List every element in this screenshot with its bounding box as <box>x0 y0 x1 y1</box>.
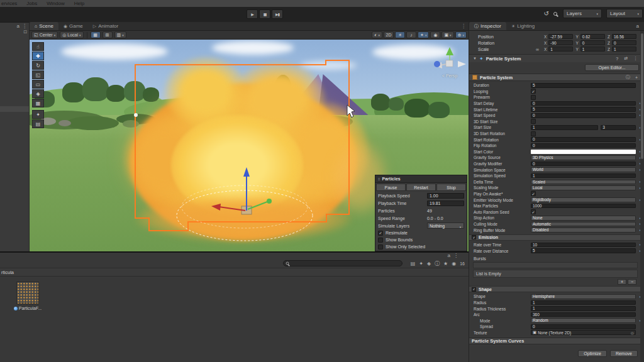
property-row[interactable]: Shape Hemisphere ▣ Hemisphere ◎ ▼ <box>469 293 644 300</box>
pause-button[interactable]: ▮▮ <box>259 9 270 19</box>
checkbox[interactable] <box>531 209 536 214</box>
value-field[interactable]: 0 <box>531 137 636 142</box>
tab-scene[interactable]: ⌂ Scene <box>30 22 58 30</box>
value-field[interactable]: 10 <box>531 243 636 248</box>
property-row[interactable]: Max Particles 1000 ▣ 1000 ◎ ▼ <box>469 203 644 209</box>
value-field[interactable]: 1 <box>531 306 636 311</box>
value-field[interactable]: None <box>531 216 636 221</box>
module-checkbox[interactable] <box>472 235 476 239</box>
position-y-field[interactable]: 0.62 <box>580 34 605 39</box>
resimulate-checkbox-row[interactable]: Resimulate <box>375 229 467 236</box>
project-search-input[interactable] <box>283 260 402 266</box>
add-icon[interactable]: + <box>635 75 638 80</box>
value-field[interactable]: Disabled <box>531 228 636 233</box>
object-picker-icon[interactable]: ◎ <box>631 331 634 335</box>
property-row[interactable]: Looping ▣ ◎ ▼ <box>469 89 644 95</box>
property-row[interactable]: Auto Random Seed ▣ ◎ ▼ <box>469 209 644 215</box>
checkbox[interactable] <box>378 238 383 243</box>
rotation-local-dropdown[interactable]: ◎ Local ▾ <box>60 31 83 38</box>
checkbox[interactable] <box>378 244 383 250</box>
property-row[interactable]: Ring Buffer Mode Disabled ▣ Disabled ◎ ▼ <box>469 227 644 233</box>
value-field[interactable]: 0 <box>531 162 636 167</box>
object-field[interactable]: ▣ None (Texture 2D) ◎ <box>531 330 636 335</box>
value-field[interactable]: 0 <box>531 113 636 118</box>
playback-time-field[interactable]: 19.81 <box>427 200 464 206</box>
custom-tool-button[interactable]: ▦ <box>32 99 44 107</box>
property-row[interactable]: Texture None (Texture 2D) ▣ None (Textur… <box>469 330 644 336</box>
rotation-x-field[interactable]: -90 <box>548 40 573 45</box>
scene-viewport[interactable]: < Persp ☝ ✚ ↻ ◱ ▭ ◈ ▦ ✦ ▤ ≡ Particles <box>30 40 469 251</box>
favorites-star-icon[interactable]: ★ <box>443 261 448 266</box>
value-field[interactable]: 5 <box>531 107 636 112</box>
particle-system-module-header[interactable]: Particle System ⓘ + <box>469 74 644 81</box>
menu-help[interactable]: Help <box>74 1 84 6</box>
property-row[interactable]: Culling Mode Automatic ▣ Automatic ◎ ▼ <box>469 221 644 228</box>
position-x-field[interactable]: -27.59 <box>548 34 573 39</box>
sub-panel-icon[interactable]: ⊡ <box>23 30 27 35</box>
property-row[interactable]: Delta Time Scaled ▣ Scaled ◎ ▼ <box>469 179 644 185</box>
editor-tool-button-2[interactable]: ▤ <box>32 119 44 128</box>
panel-menu-icon[interactable]: ⋮ <box>22 23 27 29</box>
rotation-z-field[interactable]: 0 <box>612 40 636 45</box>
project-content-area[interactable]: ParticulaF... <box>0 277 469 362</box>
value-field[interactable]: Random <box>531 318 636 323</box>
value-field[interactable]: 5 <box>531 83 636 88</box>
value-field[interactable]: Scaled <box>531 180 636 185</box>
add-burst-button[interactable]: + <box>618 279 626 285</box>
remove-burst-button[interactable]: − <box>628 279 636 285</box>
hidden-objects-toggle[interactable]: ◉ <box>430 31 440 38</box>
asset-item[interactable]: ParticulaF... <box>14 282 42 310</box>
property-row[interactable]: Start Delay 0 ▣ 0 ◎ ▼ <box>469 101 644 107</box>
transform-tool-button[interactable]: ◈ <box>32 89 44 98</box>
filter-by-label-icon[interactable]: ✦ <box>419 261 423 266</box>
show-only-selected-checkbox-row[interactable]: Show Only Selected <box>375 243 467 250</box>
value-field[interactable]: 1 <box>531 125 598 130</box>
draw-mode-dropdown[interactable]: ◐ ▾ <box>372 31 382 38</box>
value-field[interactable]: 360 <box>531 312 636 317</box>
menu-services[interactable]: ervices <box>1 1 17 6</box>
restart-particles-button[interactable]: Restart <box>406 184 436 191</box>
optimize-button[interactable]: Optimize <box>578 350 607 357</box>
property-row[interactable]: 3D Start Rotation ▣ ◎ ▼ <box>469 131 644 137</box>
panel-menu-icon[interactable]: ⋮ <box>453 253 458 259</box>
asset-store-icon[interactable]: ◈ <box>427 261 431 266</box>
lock-icon[interactable]: a <box>17 23 19 29</box>
grid-visibility-button[interactable]: ▦ <box>91 31 101 38</box>
property-row[interactable]: Rate over Time 10 ▣ 10 ◎ ▼ <box>469 242 644 248</box>
breadcrumb[interactable]: rticula <box>0 268 469 277</box>
property-row[interactable]: Duration 5 ▣ 5 ◎ ▼ <box>469 82 644 89</box>
property-row[interactable]: Arc 360 ▣ 360 ◎ ▼ <box>469 312 644 318</box>
value-field[interactable]: 1 <box>531 173 636 178</box>
value-field[interactable]: Local <box>531 185 636 190</box>
value-field[interactable]: 1000 <box>531 204 636 209</box>
value-field[interactable]: 3D Physics <box>531 155 636 160</box>
pause-particles-button[interactable]: Pause <box>376 184 406 191</box>
property-row[interactable]: Flip Rotation 0 ▣ 0 ◎ ▼ <box>469 143 644 149</box>
property-row[interactable]: Start Color ▣ ◎ ▼ <box>469 149 644 155</box>
property-row[interactable]: Scaling Mode Local ▣ Local ◎ ▼ <box>469 185 644 191</box>
presets-icon[interactable]: ⇄ <box>624 56 628 61</box>
rect-tool-button[interactable]: ▭ <box>32 80 44 89</box>
move-tool-button[interactable]: ✚ <box>32 52 44 60</box>
property-row[interactable]: Radius 1 ▣ 1 ◎ ▼ <box>469 300 644 306</box>
editor-tool-button-1[interactable]: ✦ <box>32 110 44 119</box>
scale-y-field[interactable]: 1 <box>580 47 605 52</box>
property-row[interactable]: Start Size 1 3 ▣ 1 ◎ ▼ <box>469 124 644 131</box>
checkbox[interactable] <box>531 95 536 100</box>
value-field[interactable]: World <box>531 167 636 172</box>
property-row[interactable]: Simulation Space World ▣ World ◎ ▼ <box>469 167 644 173</box>
scrollbar-thumb[interactable] <box>641 33 643 159</box>
gizmos-dropdown[interactable]: ⊕ ▾ <box>455 31 467 38</box>
tab-menu-icon[interactable]: ⋮ <box>461 23 466 29</box>
hierarchy-row-highlight[interactable] <box>0 106 29 112</box>
info-icon[interactable]: ⓘ <box>626 74 630 80</box>
property-row[interactable]: Spread 0 ▣ 0 ◎ ▼ <box>469 324 644 330</box>
particle-system-component-header[interactable]: ▼ ✦ Particle System ? ⇄ ⋮ <box>469 54 644 62</box>
view-tool-button[interactable]: ☝ <box>32 42 44 51</box>
step-button[interactable]: ▶▮ <box>272 9 283 19</box>
value-field[interactable]: Hemisphere <box>531 294 636 299</box>
property-row[interactable]: 3D Start Size ▣ ◎ ▼ <box>469 119 644 125</box>
undo-history-icon[interactable]: ↺ <box>544 10 549 17</box>
checkbox[interactable] <box>378 231 383 236</box>
property-row[interactable]: Start Speed 0 ▣ 0 ◎ ▼ <box>469 112 644 119</box>
